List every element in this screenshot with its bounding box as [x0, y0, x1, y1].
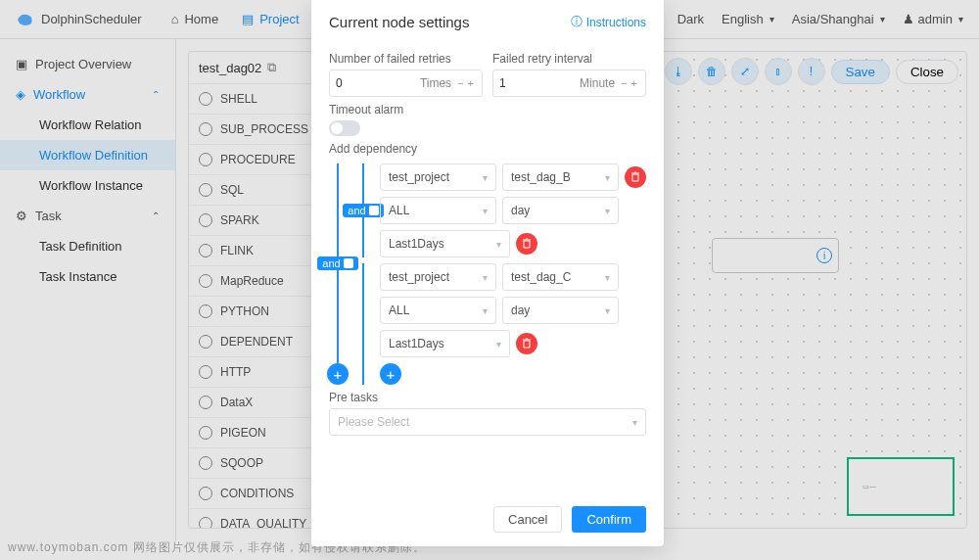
chevron-down-icon: ▾	[605, 172, 610, 183]
and-toggle-outer[interactable]: and	[317, 257, 357, 270]
chevron-down-icon: ▾	[496, 339, 501, 350]
chevron-down-icon: ▾	[483, 272, 488, 283]
pretasks-label: Pre tasks	[329, 391, 646, 404]
minus-icon[interactable]: −	[455, 77, 465, 89]
chevron-down-icon: ▾	[483, 206, 488, 216]
add-row-button[interactable]: +	[380, 363, 401, 385]
cycle-select[interactable]: day▾	[502, 197, 619, 224]
task-select[interactable]: ALL▾	[380, 297, 496, 324]
dag-select[interactable]: test_dag_C▾	[502, 263, 619, 291]
dependency-editor: and + and test_project▾ test_dag_B▾	[329, 163, 646, 385]
node-settings-modal: Current node settings ⓘInstructions Numb…	[311, 0, 664, 546]
modal-title: Current node settings	[329, 14, 469, 30]
add-group-button[interactable]: +	[327, 363, 349, 385]
dep-group: test_project▾ test_dag_C▾ ALL▾ day▾ Last…	[354, 263, 646, 385]
project-select[interactable]: test_project▾	[380, 163, 496, 191]
timeout-label: Timeout alarm	[329, 103, 646, 117]
and-toggle-inner[interactable]: and	[343, 204, 383, 217]
chevron-down-icon: ▾	[496, 239, 501, 250]
inner-rail	[354, 263, 372, 385]
plus-icon[interactable]: +	[466, 77, 476, 89]
modal-body: Number of failed retries 0 Times − + Fai…	[311, 40, 664, 496]
delete-row-button[interactable]	[516, 333, 537, 354]
retries-label: Number of failed retries	[329, 52, 483, 66]
date-select[interactable]: Last1Days▾	[380, 330, 510, 357]
pretasks-select[interactable]: Please Select ▾	[329, 408, 646, 436]
plus-icon[interactable]: +	[629, 77, 639, 89]
instructions-link[interactable]: ⓘInstructions	[571, 14, 646, 30]
help-icon: ⓘ	[571, 14, 583, 30]
chevron-down-icon: ▾	[483, 305, 488, 316]
trash-icon	[521, 238, 533, 250]
modal-footer: Cancel Confirm	[311, 496, 664, 546]
retries-input[interactable]: 0 Times − +	[329, 70, 483, 97]
add-dep-label: Add dependency	[329, 142, 646, 156]
date-select[interactable]: Last1Days▾	[380, 230, 510, 257]
minus-icon[interactable]: −	[619, 77, 629, 89]
trash-icon	[629, 171, 641, 183]
chevron-down-icon: ▾	[605, 206, 610, 216]
timeout-switch[interactable]	[329, 120, 360, 136]
delete-row-button[interactable]	[516, 233, 537, 255]
chevron-down-icon: ▾	[483, 172, 488, 183]
trash-icon	[521, 338, 533, 350]
modal-header: Current node settings ⓘInstructions	[311, 0, 664, 40]
project-select[interactable]: test_project▾	[380, 263, 496, 291]
confirm-button[interactable]: Confirm	[572, 506, 646, 533]
chevron-down-icon: ▾	[605, 272, 610, 283]
chevron-down-icon: ▾	[605, 305, 610, 316]
chevron-down-icon: ▾	[632, 417, 637, 428]
dep-group: and test_project▾ test_dag_B▾ ALL▾ day▾	[354, 163, 646, 257]
delete-dep-button[interactable]	[625, 166, 646, 188]
cycle-select[interactable]: day▾	[502, 297, 619, 324]
interval-label: Failed retry interval	[492, 52, 646, 66]
dag-select[interactable]: test_dag_B▾	[502, 163, 619, 191]
interval-input[interactable]: 1 Minute − +	[492, 70, 646, 97]
inner-rail: and	[354, 163, 372, 257]
cancel-button[interactable]: Cancel	[493, 506, 562, 533]
task-select[interactable]: ALL▾	[380, 197, 496, 224]
outer-rail: and +	[329, 163, 347, 385]
